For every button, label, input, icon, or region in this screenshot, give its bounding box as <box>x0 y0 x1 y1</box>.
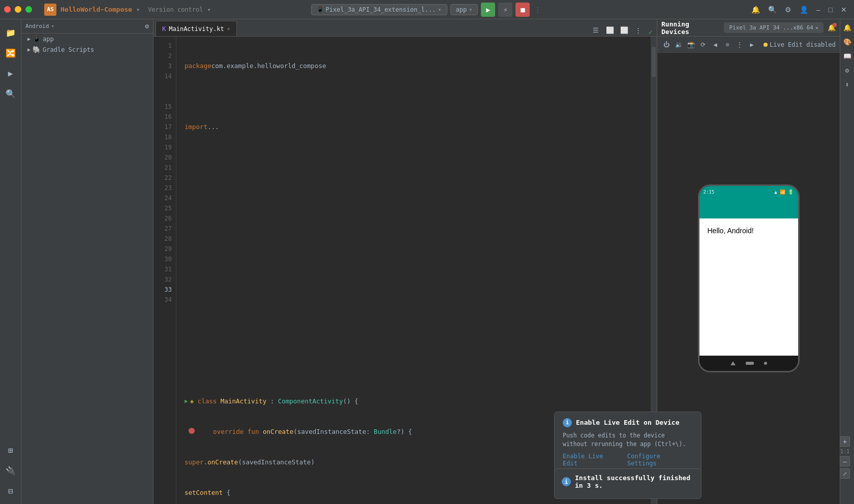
rd-apps-btn[interactable]: ⋮ <box>735 40 745 50</box>
phone-status-bar: 2:15 ▲ 📶 🔋 <box>699 186 798 198</box>
install-popup-header: i Install successfully finished in 3 s. <box>562 474 694 489</box>
tab-close-btn[interactable]: ✕ <box>227 26 230 32</box>
app-logo: AS <box>44 4 56 16</box>
content-area: Android ▾ ⚙ ▶ 📱 app ▶ 🐘 Gradle Scripts <box>21 19 854 504</box>
profile-button[interactable]: 👤 <box>797 4 811 15</box>
restore-window-btn[interactable]: □ <box>826 4 836 15</box>
rd-notifications[interactable]: 🔔 <box>828 24 836 32</box>
line-20: 20 <box>154 152 172 163</box>
line-19: 19 <box>154 142 172 152</box>
line-30: 30 <box>154 254 172 264</box>
code-line-1: package com.example.helloworld_compose <box>185 61 651 71</box>
line-18: 18 <box>154 132 172 142</box>
rd-screenshot-btn[interactable]: 📸 <box>686 40 696 50</box>
notification-badge <box>833 23 837 27</box>
rd-tab-close[interactable]: ✕ <box>815 25 818 30</box>
run-gutter-icon[interactable]: ▶ <box>185 396 188 406</box>
search-button[interactable]: 🔍 <box>765 4 780 15</box>
editor-tab-actions: ☰ ⬜ ⬜ ⋮ <box>586 24 649 36</box>
back-nav-btn[interactable] <box>730 361 736 365</box>
run-button[interactable]: ▶ <box>481 3 495 17</box>
line-34: 34 <box>154 295 172 305</box>
activity-project-btn[interactable]: 📁 <box>2 23 20 42</box>
device-selector[interactable]: 📱 Pixel_3a_API_34_extension_l... ▾ <box>311 4 447 15</box>
editor-more-btn[interactable]: ⋮ <box>632 24 645 36</box>
line-17: 17 <box>154 122 172 132</box>
rd-forward-btn[interactable]: ▶ <box>747 40 757 50</box>
phone-app-bar <box>699 198 798 218</box>
zoom-fit-btn[interactable]: ⤢ <box>840 468 850 479</box>
code-line-3: import ... <box>185 122 651 132</box>
code-line-blank5 <box>185 274 651 285</box>
breakpoint-16 <box>189 427 196 437</box>
phone-time: 2:15 <box>704 190 715 195</box>
minimize-btn[interactable] <box>15 6 21 13</box>
zoom-label: 1:1 <box>840 449 850 454</box>
rd-volume-btn[interactable]: 🔉 <box>674 40 684 50</box>
rd-side-toolbar: 🔔 🎨 📖 ⚙ ⬇ <box>840 19 854 504</box>
line-24: 24 <box>154 193 172 203</box>
close-window-btn[interactable]: ✕ <box>838 4 850 15</box>
maximize-btn[interactable] <box>25 6 32 13</box>
rd-side-download-btn[interactable]: ⬇ <box>841 78 853 90</box>
activity-plugins-btn[interactable]: 🔌 <box>2 461 20 480</box>
activity-vcs-btn[interactable]: 🔀 <box>2 44 20 62</box>
activity-search-btn[interactable]: 🔍 <box>2 84 20 103</box>
code-line-blank8 <box>185 366 651 376</box>
live-edit-dot <box>764 43 768 47</box>
run-config-selector[interactable]: app ▾ <box>450 4 478 15</box>
sync-button[interactable]: ⚡ <box>498 3 512 17</box>
code-line-blank3 <box>185 213 651 224</box>
configure-settings-btn[interactable]: Configure Settings <box>627 453 693 467</box>
activity-terminal-btn[interactable]: ⊞ <box>2 441 20 459</box>
code-line-blank7 <box>185 335 651 345</box>
hello-android-text: Hello, Android! <box>708 227 754 235</box>
rd-home-btn[interactable]: ⊙ <box>722 40 733 50</box>
editor-tab-mainactivity[interactable]: K MainActivity.kt ✕ <box>156 21 237 36</box>
tree-gear-btn[interactable]: ⚙ <box>145 22 149 30</box>
line-3: 3 <box>154 61 172 71</box>
line-15: 15 <box>154 102 172 112</box>
activity-bottom-btn[interactable]: ⊟ <box>2 482 20 500</box>
close-btn[interactable] <box>4 6 11 13</box>
app-name: HelloWorld-Compose <box>60 6 132 13</box>
rd-device-tab[interactable]: Pixel 3a API 34 ...x86 64 ✕ <box>724 22 824 33</box>
rd-header-bell-area: 🔔 <box>828 24 836 32</box>
run-config-name: app <box>456 6 467 13</box>
settings-button[interactable]: ⚙ <box>782 4 795 15</box>
notifications-button[interactable]: 🔔 <box>748 4 763 15</box>
phone-status-icons: ▲ 📶 🔋 <box>774 190 794 195</box>
line-21: 21 <box>154 163 172 173</box>
popup-actions: Enable Live Edit Configure Settings <box>563 453 693 467</box>
rd-back-btn[interactable]: ◀ <box>710 40 720 50</box>
tree-item-gradle[interactable]: ▶ 🐘 Gradle Scripts <box>21 44 153 55</box>
tab-label: MainActivity.kt <box>169 25 224 33</box>
minimize-window-btn[interactable]: – <box>813 4 824 15</box>
rd-side-palette-btn[interactable]: 🎨 <box>841 36 853 48</box>
editor-split-h-btn[interactable]: ⬜ <box>604 24 616 36</box>
code-line-15: ▶ ◈ class MainActivity : ComponentActivi… <box>185 396 651 406</box>
rd-side-settings-btn[interactable]: ⚙ <box>841 64 853 76</box>
line-4: 14 <box>154 71 172 102</box>
line-23: 23 <box>154 183 172 193</box>
editor-layout-btn[interactable]: ☰ <box>590 24 602 36</box>
zoom-in-btn[interactable]: + <box>840 436 850 447</box>
recents-nav-btn[interactable] <box>764 362 767 365</box>
tree-item-app[interactable]: ▶ 📱 app <box>21 34 153 44</box>
line-22: 22 <box>154 173 172 183</box>
rd-rotate-btn[interactable]: ⟳ <box>698 40 708 50</box>
rd-power-btn[interactable]: ⏻ <box>661 40 672 50</box>
version-control-menu[interactable]: Version control <box>148 6 203 13</box>
editor-tabs: K MainActivity.kt ✕ ☰ ⬜ ⬜ ⋮ ✓ <box>154 19 657 37</box>
tree-arrow-gradle: ▶ <box>27 47 30 52</box>
zoom-out-btn[interactable]: – <box>840 456 850 466</box>
editor-split-v-btn[interactable]: ⬜ <box>618 24 630 36</box>
stop-button[interactable]: ■ <box>515 3 530 17</box>
home-nav-btn[interactable] <box>746 362 754 365</box>
rd-side-notifications-btn[interactable]: 🔔 <box>841 21 853 34</box>
live-edit-label: Live Edit disabled <box>770 41 836 48</box>
activity-run-btn[interactable]: ▶ <box>2 64 20 82</box>
enable-live-edit-btn[interactable]: Enable Live Edit <box>563 453 621 467</box>
line-25: 25 <box>154 203 172 213</box>
rd-side-book-btn[interactable]: 📖 <box>841 50 853 62</box>
